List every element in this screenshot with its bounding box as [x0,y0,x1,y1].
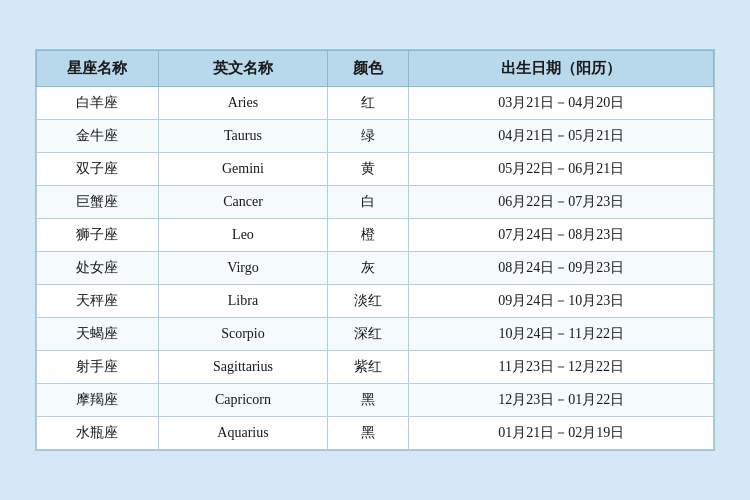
cell-english: Cancer [158,186,327,219]
cell-color: 黑 [328,417,409,450]
cell-english: Sagittarius [158,351,327,384]
cell-english: Capricorn [158,384,327,417]
cell-chinese: 巨蟹座 [37,186,159,219]
cell-english: Gemini [158,153,327,186]
cell-color: 黄 [328,153,409,186]
cell-english: Libra [158,285,327,318]
table-row: 天秤座Libra淡红09月24日－10月23日 [37,285,714,318]
cell-chinese: 天蝎座 [37,318,159,351]
cell-date: 06月22日－07月23日 [409,186,714,219]
cell-english: Scorpio [158,318,327,351]
cell-color: 橙 [328,219,409,252]
table-row: 白羊座Aries红03月21日－04月20日 [37,87,714,120]
cell-chinese: 狮子座 [37,219,159,252]
cell-date: 04月21日－05月21日 [409,120,714,153]
table-row: 摩羯座Capricorn黑12月23日－01月22日 [37,384,714,417]
table-row: 巨蟹座Cancer白06月22日－07月23日 [37,186,714,219]
cell-date: 11月23日－12月22日 [409,351,714,384]
cell-color: 灰 [328,252,409,285]
table-row: 水瓶座Aquarius黑01月21日－02月19日 [37,417,714,450]
cell-chinese: 水瓶座 [37,417,159,450]
header-date: 出生日期（阳历） [409,51,714,87]
cell-english: Leo [158,219,327,252]
cell-chinese: 双子座 [37,153,159,186]
cell-color: 深红 [328,318,409,351]
cell-date: 09月24日－10月23日 [409,285,714,318]
cell-english: Virgo [158,252,327,285]
table-header-row: 星座名称 英文名称 颜色 出生日期（阳历） [37,51,714,87]
cell-date: 03月21日－04月20日 [409,87,714,120]
table-row: 射手座Sagittarius紫红11月23日－12月22日 [37,351,714,384]
table-row: 双子座Gemini黄05月22日－06月21日 [37,153,714,186]
cell-chinese: 天秤座 [37,285,159,318]
cell-date: 01月21日－02月19日 [409,417,714,450]
table-row: 狮子座Leo橙07月24日－08月23日 [37,219,714,252]
header-english: 英文名称 [158,51,327,87]
cell-chinese: 金牛座 [37,120,159,153]
cell-color: 绿 [328,120,409,153]
cell-date: 10月24日－11月22日 [409,318,714,351]
cell-chinese: 摩羯座 [37,384,159,417]
cell-chinese: 白羊座 [37,87,159,120]
header-color: 颜色 [328,51,409,87]
cell-date: 07月24日－08月23日 [409,219,714,252]
cell-date: 05月22日－06月21日 [409,153,714,186]
cell-date: 08月24日－09月23日 [409,252,714,285]
cell-chinese: 射手座 [37,351,159,384]
cell-english: Taurus [158,120,327,153]
cell-color: 黑 [328,384,409,417]
cell-date: 12月23日－01月22日 [409,384,714,417]
table-body: 白羊座Aries红03月21日－04月20日金牛座Taurus绿04月21日－0… [37,87,714,450]
zodiac-table-container: 星座名称 英文名称 颜色 出生日期（阳历） 白羊座Aries红03月21日－04… [35,49,715,451]
cell-color: 淡红 [328,285,409,318]
zodiac-table: 星座名称 英文名称 颜色 出生日期（阳历） 白羊座Aries红03月21日－04… [36,50,714,450]
cell-chinese: 处女座 [37,252,159,285]
cell-english: Aries [158,87,327,120]
table-row: 天蝎座Scorpio深红10月24日－11月22日 [37,318,714,351]
table-row: 处女座Virgo灰08月24日－09月23日 [37,252,714,285]
cell-english: Aquarius [158,417,327,450]
cell-color: 红 [328,87,409,120]
table-row: 金牛座Taurus绿04月21日－05月21日 [37,120,714,153]
cell-color: 紫红 [328,351,409,384]
cell-color: 白 [328,186,409,219]
header-chinese: 星座名称 [37,51,159,87]
